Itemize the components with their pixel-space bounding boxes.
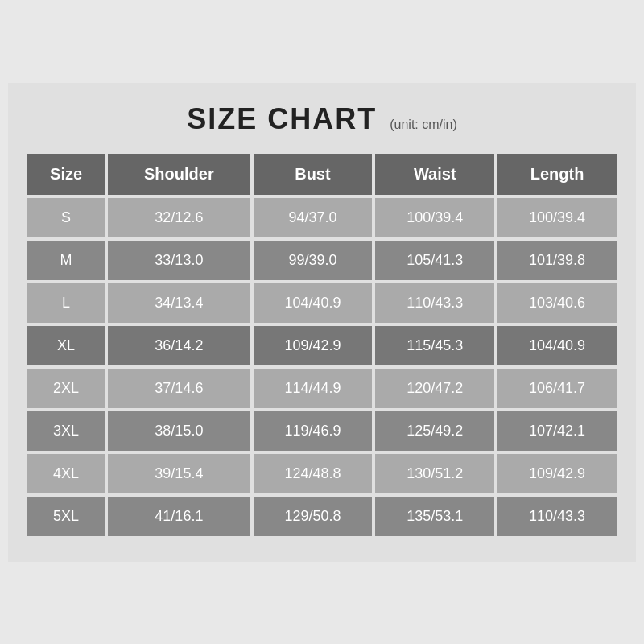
cell-bust: 99/39.0 bbox=[254, 241, 373, 280]
header-row: Size Shoulder Bust Waist Length bbox=[27, 154, 617, 195]
cell-size: 2XL bbox=[27, 369, 105, 408]
cell-length: 109/42.9 bbox=[497, 454, 617, 493]
cell-shoulder: 39/15.4 bbox=[108, 454, 250, 493]
col-bust: Bust bbox=[254, 154, 373, 195]
cell-bust: 109/42.9 bbox=[254, 326, 373, 365]
cell-shoulder: 38/15.0 bbox=[108, 411, 250, 451]
cell-waist: 130/51.2 bbox=[375, 454, 494, 493]
cell-length: 106/41.7 bbox=[497, 369, 617, 408]
cell-size: 5XL bbox=[27, 497, 105, 536]
cell-length: 110/43.3 bbox=[497, 497, 617, 536]
table-row: 2XL37/14.6114/44.9120/47.2106/41.7 bbox=[27, 369, 617, 408]
col-shoulder: Shoulder bbox=[108, 154, 250, 195]
col-size: Size bbox=[27, 154, 105, 195]
cell-shoulder: 41/16.1 bbox=[108, 497, 250, 536]
col-length: Length bbox=[497, 154, 617, 195]
cell-size: M bbox=[27, 241, 105, 280]
cell-waist: 120/47.2 bbox=[375, 369, 494, 408]
cell-length: 104/40.9 bbox=[497, 326, 617, 365]
cell-length: 101/39.8 bbox=[497, 241, 617, 280]
cell-waist: 115/45.3 bbox=[375, 326, 494, 365]
cell-bust: 119/46.9 bbox=[254, 411, 373, 451]
cell-size: 4XL bbox=[27, 454, 105, 493]
cell-length: 100/39.4 bbox=[497, 198, 617, 237]
unit-label: (unit: cm/in) bbox=[390, 118, 457, 132]
cell-waist: 105/41.3 bbox=[375, 241, 494, 280]
table-body: S32/12.694/37.0100/39.4100/39.4M33/13.09… bbox=[27, 198, 617, 536]
cell-length: 103/40.6 bbox=[497, 283, 617, 323]
cell-bust: 104/40.9 bbox=[254, 283, 373, 323]
table-row: XL36/14.2109/42.9115/45.3104/40.9 bbox=[27, 326, 617, 365]
cell-waist: 100/39.4 bbox=[375, 198, 494, 237]
col-waist: Waist bbox=[375, 154, 494, 195]
title-row: SIZE CHART (unit: cm/in) bbox=[24, 102, 620, 136]
cell-shoulder: 32/12.6 bbox=[108, 198, 250, 237]
cell-shoulder: 33/13.0 bbox=[108, 241, 250, 280]
main-title: SIZE CHART bbox=[187, 102, 377, 136]
cell-bust: 124/48.8 bbox=[254, 454, 373, 493]
cell-length: 107/42.1 bbox=[497, 411, 617, 451]
cell-bust: 114/44.9 bbox=[254, 369, 373, 408]
cell-size: S bbox=[27, 198, 105, 237]
cell-waist: 125/49.2 bbox=[375, 411, 494, 451]
table-row: 5XL41/16.1129/50.8135/53.1110/43.3 bbox=[27, 497, 617, 536]
table-row: 3XL38/15.0119/46.9125/49.2107/42.1 bbox=[27, 411, 617, 451]
cell-size: L bbox=[27, 283, 105, 323]
table-row: L34/13.4104/40.9110/43.3103/40.6 bbox=[27, 283, 617, 323]
table-header: Size Shoulder Bust Waist Length bbox=[27, 154, 617, 195]
cell-bust: 94/37.0 bbox=[254, 198, 373, 237]
cell-shoulder: 34/13.4 bbox=[108, 283, 250, 323]
table-row: 4XL39/15.4124/48.8130/51.2109/42.9 bbox=[27, 454, 617, 493]
cell-size: XL bbox=[27, 326, 105, 365]
size-chart-container: SIZE CHART (unit: cm/in) Size Shoulder B… bbox=[8, 83, 636, 562]
cell-waist: 135/53.1 bbox=[375, 497, 494, 536]
table-row: S32/12.694/37.0100/39.4100/39.4 bbox=[27, 198, 617, 237]
cell-shoulder: 36/14.2 bbox=[108, 326, 250, 365]
size-table: Size Shoulder Bust Waist Length S32/12.6… bbox=[24, 151, 620, 539]
table-row: M33/13.099/39.0105/41.3101/39.8 bbox=[27, 241, 617, 280]
cell-waist: 110/43.3 bbox=[375, 283, 494, 323]
cell-shoulder: 37/14.6 bbox=[108, 369, 250, 408]
cell-size: 3XL bbox=[27, 411, 105, 451]
cell-bust: 129/50.8 bbox=[254, 497, 373, 536]
